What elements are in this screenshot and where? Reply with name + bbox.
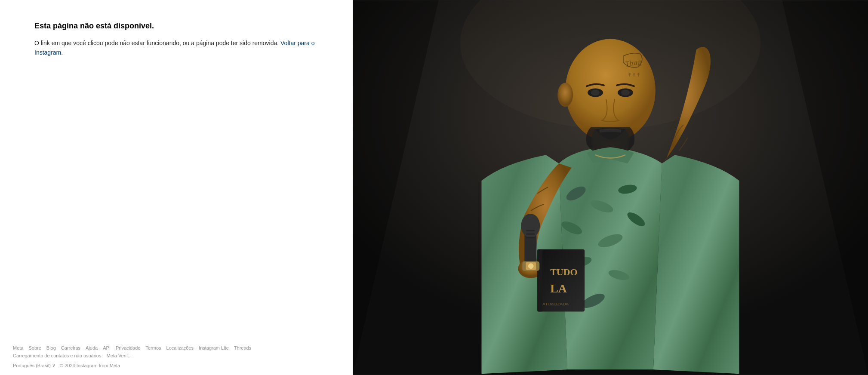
error-title: Esta página não está disponível.	[34, 22, 154, 31]
footer-link-privacidade[interactable]: Privacidade	[116, 345, 140, 350]
svg-rect-16	[526, 234, 535, 235]
footer-link-instagram-lite[interactable]: Instagram Lite	[199, 345, 229, 350]
copyright-text: © 2024 Instagram from Meta	[60, 363, 120, 368]
svg-point-25	[528, 263, 534, 269]
language-selector[interactable]: Português (Brasil) ∨	[13, 363, 55, 368]
language-label: Português (Brasil)	[13, 363, 51, 368]
footer-link-meta-verif[interactable]: Meta Verif...	[106, 353, 132, 358]
page-wrapper: Esta página não está disponível. O link …	[0, 0, 868, 375]
error-description: O link em que você clicou pode não estar…	[34, 38, 318, 58]
footer-links: Meta Sobre Blog Carreiras Ajuda API Priv…	[13, 345, 340, 358]
footer-link-localizacoes[interactable]: Localizações	[166, 345, 194, 350]
right-panel: TUDO LA ATUALIZADA Thug ✝✝✝	[353, 0, 868, 375]
svg-rect-15	[526, 230, 535, 231]
error-description-text: O link em que você clicou pode não estar…	[34, 40, 280, 46]
footer-link-ajuda[interactable]: Ajuda	[86, 345, 98, 350]
content-area: Esta página não está disponível. O link …	[0, 0, 353, 337]
svg-rect-19	[537, 249, 542, 312]
left-panel: Esta página não está disponível. O link …	[0, 0, 353, 375]
footer-link-meta[interactable]: Meta	[13, 345, 23, 350]
footer-link-sobre[interactable]: Sobre	[28, 345, 41, 350]
svg-rect-17	[526, 237, 535, 238]
footer-link-api[interactable]: API	[103, 345, 111, 350]
svg-text:ATUALIZADA: ATUALIZADA	[542, 301, 569, 306]
footer-link-threads[interactable]: Threads	[234, 345, 251, 350]
svg-text:TUDO: TUDO	[550, 267, 577, 277]
error-description-period: .	[61, 49, 63, 56]
chevron-down-icon: ∨	[52, 363, 55, 368]
footer-bottom: Português (Brasil) ∨ © 2024 Instagram fr…	[13, 363, 340, 368]
svg-text:LA: LA	[550, 282, 567, 295]
footer-link-blog[interactable]: Blog	[46, 345, 56, 350]
footer-link-termos[interactable]: Termos	[145, 345, 161, 350]
footer-link-carreiras[interactable]: Carreiras	[61, 345, 80, 350]
footer: Meta Sobre Blog Carreiras Ajuda API Priv…	[0, 337, 353, 375]
footer-link-carregamento[interactable]: Carregamento de contatos e não usuários	[13, 353, 101, 358]
person-image: TUDO LA ATUALIZADA Thug ✝✝✝	[353, 0, 868, 375]
